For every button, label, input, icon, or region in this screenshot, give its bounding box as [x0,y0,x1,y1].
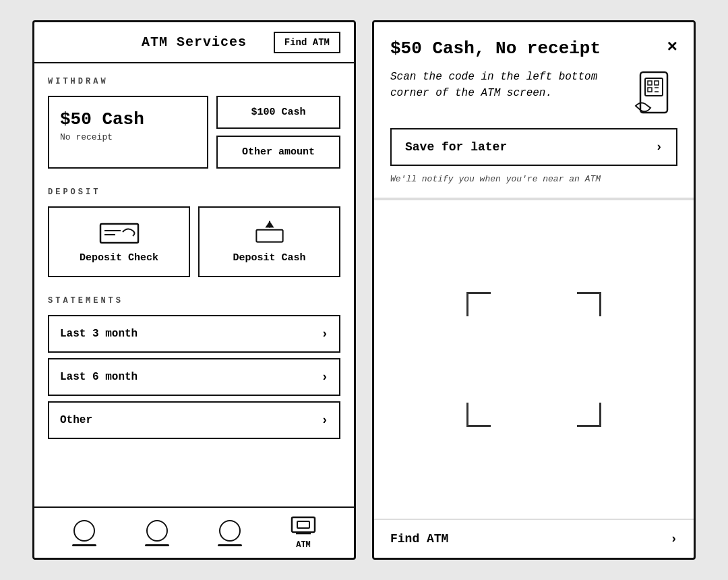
statement-other[interactable]: Other › [48,401,340,439]
nav-item-3[interactable] [218,520,242,546]
svg-rect-0 [100,224,138,243]
deposit-check-label: Deposit Check [80,252,158,264]
deposit-check-icon [99,220,140,244]
modal-description: Scan the code in the left bottom corner … [390,69,619,116]
right-screen: $50 Cash, No receipt × Scan the code in … [372,20,696,560]
svg-rect-7 [297,521,309,528]
withdraw-amount: $50 Cash [60,109,196,129]
modal-header: $50 Cash, No receipt × [390,38,677,59]
modal-note: We'll notify you when you're near an ATM [390,174,677,184]
statements-label: STATEMENTS [48,296,340,306]
svg-marker-4 [265,221,274,228]
deposit-check-card[interactable]: Deposit Check [48,206,190,277]
nav-bar [218,544,242,546]
screen-content: WITHDRAW $50 Cash No receipt $100 Cash O… [34,63,354,506]
nav-bar [145,544,169,546]
left-screen: ATM Services Find ATM WITHDRAW $50 Cash … [32,20,356,560]
modal-title: $50 Cash, No receipt [390,38,601,59]
modal-top: $50 Cash, No receipt × Scan the code in … [374,22,694,199]
deposit-cash-label: Deposit Cash [233,252,305,264]
phone-qr-icon [630,69,677,116]
bottom-nav: ATM [34,506,354,558]
withdraw-100-button[interactable]: $100 Cash [216,96,340,129]
find-atm-label: Find ATM [390,532,448,546]
chevron-right-icon: › [321,327,328,341]
nav-atm-label: ATM [296,540,311,550]
nav-bar [72,544,96,546]
svg-rect-12 [655,81,659,85]
statement-3month-label: Last 3 month [60,328,138,340]
corner-bl [466,403,491,427]
save-for-later-button[interactable]: Save for later › [390,128,677,166]
deposit-options: Deposit Check Deposit Cash [48,206,340,277]
nav-item-atm[interactable]: ATM [291,516,316,550]
withdraw-label: WITHDRAW [48,77,340,86]
save-for-later-label: Save for later [405,140,507,154]
corner-br [577,403,601,427]
nav-icon-2 [146,520,168,542]
svg-rect-5 [256,230,282,242]
statement-6month[interactable]: Last 6 month › [48,358,340,396]
chevron-right-icon: › [321,370,328,384]
svg-rect-6 [292,517,315,532]
statement-other-label: Other [60,414,92,426]
modal-body: Scan the code in the left bottom corner … [390,69,677,116]
deposit-cash-card[interactable]: Deposit Cash [198,206,340,277]
withdraw-options: $50 Cash No receipt $100 Cash Other amou… [48,96,340,169]
nav-item-home[interactable] [72,520,96,546]
save-chevron-icon: › [655,140,663,154]
modal-close-button[interactable]: × [667,38,677,56]
find-atm-button[interactable]: Find ATM [274,32,340,53]
qr-scan-area [374,199,694,519]
home-icon [73,520,95,542]
chevron-right-icon: › [321,413,328,427]
qr-corners [466,292,601,427]
withdraw-other-button[interactable]: Other amount [216,136,340,169]
statement-6month-label: Last 6 month [60,371,138,383]
corner-tr [577,292,601,316]
statements-section: STATEMENTS Last 3 month › Last 6 month ›… [48,296,340,439]
find-atm-chevron-icon: › [670,532,677,546]
svg-rect-11 [648,81,652,85]
atm-nav-icon [291,516,316,538]
statement-3month[interactable]: Last 3 month › [48,315,340,353]
screen-header: ATM Services Find ATM [34,22,354,63]
find-atm-row[interactable]: Find ATM › [374,519,694,558]
withdraw-50-option[interactable]: $50 Cash No receipt [48,96,208,169]
deposit-label: DEPOSIT [48,187,340,197]
deposit-section: DEPOSIT Deposit Check [48,187,340,277]
nav-icon-3 [219,520,241,542]
deposit-cash-icon [249,220,290,244]
withdraw-secondary: $100 Cash Other amount [216,96,340,169]
nav-item-2[interactable] [145,520,169,546]
withdraw-sub: No receipt [60,132,196,142]
corner-tl [466,292,491,316]
screen-title: ATM Services [142,34,247,50]
svg-rect-13 [648,88,652,92]
withdraw-section: WITHDRAW $50 Cash No receipt $100 Cash O… [48,77,340,169]
